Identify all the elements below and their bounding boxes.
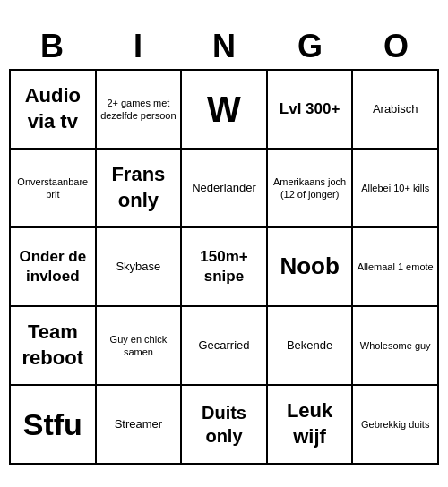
title-i: I [102,28,174,65]
title-g: G [274,28,346,65]
title-n: N [188,28,260,65]
cell-13: Noob [268,228,354,307]
bingo-card: B I N G O Audio via tv 2+ games met deze… [9,22,439,465]
cell-9: Allebei 10+ kills [353,150,439,228]
cell-4: Arabisch [353,71,439,150]
cell-19: Wholesome guy [353,307,439,386]
cell-20: Stfu [11,386,97,465]
cell-23: Leuk wijf [268,386,354,465]
cell-7: Nederlander [182,150,268,228]
cell-18: Bekende [268,307,354,386]
cell-5: Onverstaanbare brit [11,150,97,228]
cell-8: Amerikaans joch (12 of jonger) [268,150,354,228]
cell-1: 2+ games met dezelfde persoon [97,71,183,150]
cell-22: Duits only [182,386,268,465]
cell-14: Allemaal 1 emote [353,228,439,307]
cell-0: Audio via tv [11,71,97,150]
cell-21: Streamer [97,386,183,465]
cell-16: Guy en chick samen [97,307,183,386]
cell-11: Skybase [97,228,183,307]
cell-2: W [182,71,268,150]
title-b: B [16,28,88,65]
bingo-grid: Audio via tv 2+ games met dezelfde perso… [9,69,439,465]
cell-24: Gebrekkig duits [353,386,439,465]
cell-17: Gecarried [182,307,268,386]
cell-12: 150m+ snipe [182,228,268,307]
cell-15: Team reboot [11,307,97,386]
bingo-title: B I N G O [9,22,439,69]
cell-10: Onder de invloed [11,228,97,307]
cell-6: Frans only [97,150,183,228]
cell-3: Lvl 300+ [268,71,354,150]
title-o: O [360,28,432,65]
